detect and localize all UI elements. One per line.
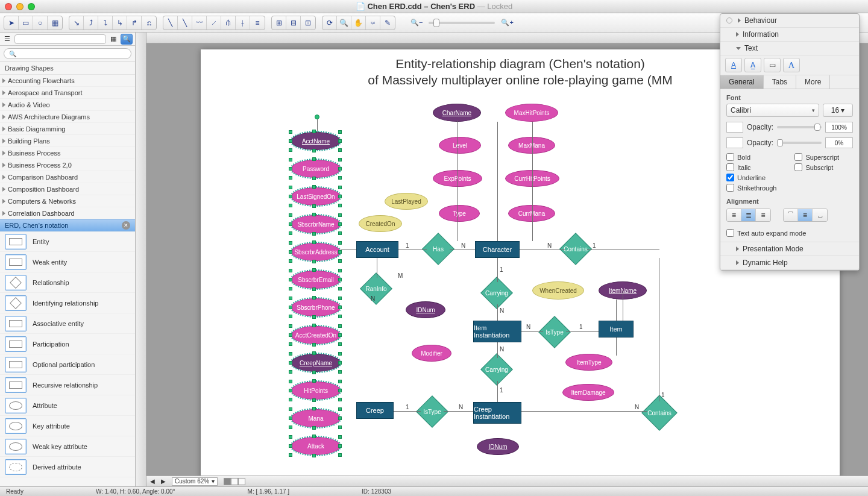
section-text[interactable]: Text — [744, 44, 758, 52]
category-item[interactable]: Aerospace and Transport — [0, 87, 135, 99]
opacity-value-1[interactable]: 100% — [825, 122, 853, 133]
attr-hitpoints[interactable]: HitPoints — [291, 381, 341, 400]
stencil-item[interactable]: Derived attribute — [0, 457, 135, 477]
align-center[interactable]: ≣ — [741, 209, 756, 221]
zoom-select[interactable]: Custom 62%▾ — [172, 477, 218, 486]
category-item[interactable]: Composition Dashboard — [0, 183, 135, 195]
stencil-item[interactable]: Identifying relationship — [0, 293, 135, 313]
close-category-icon[interactable]: ✕ — [122, 221, 130, 230]
entity-item instantiation[interactable]: Item Instantiation — [473, 321, 521, 342]
category-item[interactable]: Accounting Flowcharts — [0, 75, 135, 87]
attr-whencreated[interactable]: WhenCreated — [532, 281, 584, 300]
zoom-tool[interactable]: 🔍 — [337, 16, 351, 30]
stencil-item[interactable]: Weak entity — [0, 252, 135, 272]
grid-icon[interactable]: ▦ — [108, 34, 118, 44]
attr-exppoints[interactable]: ExpPoints — [433, 170, 482, 187]
chk-strike[interactable]: Strikethrough — [726, 184, 776, 192]
category-item[interactable]: Basic Diagramming — [0, 123, 135, 135]
chk-italic[interactable]: Italic — [726, 163, 776, 171]
entity-creep[interactable]: Creep — [356, 402, 394, 419]
attr-attack[interactable]: Attack — [291, 437, 341, 455]
attr-createdon[interactable]: CreatedOn — [359, 215, 402, 232]
search-button[interactable]: 🔍 — [121, 34, 133, 45]
rel-has[interactable]: Has — [427, 237, 450, 260]
rel-contains[interactable]: Contains — [647, 400, 672, 425]
table-tool[interactable]: ▦ — [48, 16, 62, 30]
tab-general[interactable]: General — [720, 75, 764, 89]
attr-level[interactable]: Level — [439, 137, 481, 154]
attr-idnum[interactable]: IDNum — [477, 438, 519, 455]
line-5[interactable]: ⫛ — [221, 16, 236, 30]
attr-charname[interactable]: CharName — [433, 104, 481, 122]
opacity-slider-2[interactable] — [777, 142, 822, 144]
connector-5[interactable]: ↱ — [127, 16, 142, 30]
entity-item[interactable]: Item — [599, 321, 634, 337]
line-1[interactable]: ╲ — [163, 16, 178, 30]
attr-sbscrbremail[interactable]: SbscrbrEmail — [291, 271, 341, 289]
opacity-slider-1[interactable] — [777, 126, 822, 128]
line-4[interactable]: ⟋ — [207, 16, 221, 30]
page-indicator[interactable] — [224, 478, 245, 485]
stencil-item[interactable]: Weak key attribute — [0, 436, 135, 457]
rel-carrying[interactable]: Carrying — [485, 358, 508, 381]
scroll-left-icon[interactable]: ◀ — [150, 478, 155, 485]
stencil-item[interactable]: Attribute — [0, 395, 135, 416]
zoom-slider[interactable] — [429, 22, 495, 24]
attr-mana[interactable]: Mana — [291, 409, 341, 427]
category-item[interactable]: Computers & Networks — [0, 195, 135, 207]
entity-account[interactable]: Account — [356, 241, 398, 258]
align-3[interactable]: ⊡ — [301, 16, 315, 30]
hand-tool[interactable]: ✋ — [351, 16, 366, 30]
text-outline-swatch[interactable] — [726, 137, 743, 148]
attr-sbscrbrphone[interactable]: SbscrbrPhone — [291, 298, 341, 316]
attr-maxhitpoints[interactable]: MaxHitPoints — [505, 104, 558, 122]
chk-underline[interactable]: Underline — [726, 174, 776, 181]
attr-acctcreatedon[interactable]: AcctCreatedOn — [291, 326, 341, 344]
connector-2[interactable]: ⤴ — [84, 16, 98, 30]
attr-maxmana[interactable]: MaxMana — [508, 137, 555, 154]
align-2[interactable]: ⊟ — [286, 16, 301, 30]
category-item[interactable]: Comparison Dashboard — [0, 171, 135, 183]
panel-tree-icon[interactable]: ☰ — [2, 34, 12, 44]
zoom-in-icon[interactable]: 🔍+ — [501, 19, 513, 27]
ellipse-tool[interactable]: ○ — [33, 16, 48, 30]
stencil-item[interactable]: Recursive relationship — [0, 375, 135, 395]
section-behaviour[interactable]: Behaviour — [744, 16, 777, 25]
attr-type[interactable]: Type — [439, 205, 480, 222]
scroll-right-icon[interactable]: ▶ — [161, 478, 166, 485]
line-6[interactable]: ⟊ — [236, 16, 250, 30]
rel-raninfo[interactable]: RanInfo — [365, 277, 388, 300]
eyedropper-tool[interactable]: ✎ — [380, 16, 395, 30]
attr-creepname[interactable]: CreepName — [291, 354, 341, 372]
attr-lastsignedon[interactable]: LastSignedOn — [291, 187, 341, 206]
stencil-item[interactable]: Entity — [0, 231, 135, 252]
align-1[interactable]: ⊞ — [272, 16, 286, 30]
text-color-icon[interactable]: A̲ — [744, 58, 761, 72]
entity-character[interactable]: Character — [475, 241, 520, 258]
section-information[interactable]: Information — [743, 30, 779, 39]
text-fill-swatch[interactable] — [726, 122, 743, 133]
section-dynamic-help[interactable]: Dynamic Help — [743, 259, 788, 267]
attr-sbscrbrname[interactable]: SbscrbrName — [291, 215, 341, 233]
category-item[interactable]: Audio & Video — [0, 99, 135, 111]
stencil-item[interactable]: Relationship — [0, 272, 135, 293]
attr-modifier[interactable]: Modifier — [412, 345, 451, 362]
connector-4[interactable]: ↳ — [113, 16, 127, 30]
tab-more[interactable]: More — [796, 75, 830, 89]
rel-contains[interactable]: Contains — [564, 237, 587, 260]
connector-1[interactable]: ↘ — [69, 16, 84, 30]
attr-sbscrbraddress[interactable]: SbscrbrAddress — [291, 243, 341, 261]
stencil-item[interactable]: Associative entity — [0, 313, 135, 334]
category-item[interactable]: Business Process 2,0 — [0, 159, 135, 171]
category-item[interactable]: Correlation Dashboard — [0, 207, 135, 219]
rel-istype[interactable]: IsType — [543, 321, 566, 344]
line-2[interactable]: ╲ — [178, 16, 192, 30]
attr-acctname[interactable]: AcctName — [291, 132, 341, 150]
stencil-item[interactable]: Participation — [0, 334, 135, 354]
stencil-item[interactable]: Key attribute — [0, 416, 135, 436]
attr-currmana[interactable]: CurrMana — [508, 205, 555, 222]
attr-lastplayed[interactable]: LastPlayed — [385, 193, 428, 210]
align-left[interactable]: ≡ — [727, 209, 741, 221]
chk-bold[interactable]: Bold — [726, 153, 776, 161]
tab-tabs[interactable]: Tabs — [764, 75, 796, 89]
